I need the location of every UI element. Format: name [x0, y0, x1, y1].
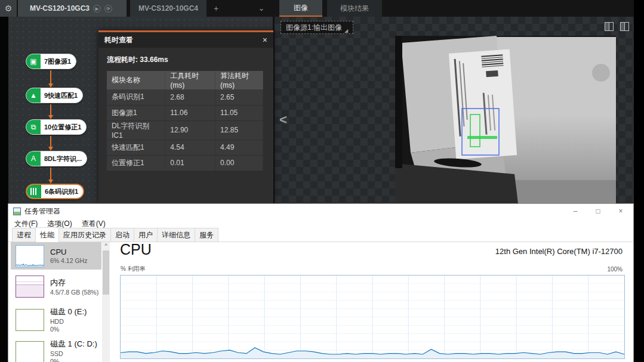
memory-mini-chart	[16, 276, 44, 298]
memory-stats: 4.5/7.8 GB (58%)	[50, 289, 98, 296]
product-photo	[395, 36, 616, 203]
flow-tab-label: MV-CS120-10GC4	[138, 4, 198, 13]
scrollbar-thumb[interactable]	[103, 250, 109, 295]
sidebar-item-memory[interactable]: 内存 4.5/7.8 GB (58%)	[11, 273, 101, 300]
image-source-label: 图像源1:输出图像	[286, 23, 342, 33]
add-tab-button[interactable]: +	[210, 2, 222, 14]
position-fix-icon: ⧉	[26, 119, 41, 135]
dl-ocr-icon: A	[26, 151, 41, 166]
close-button[interactable]: ×	[609, 204, 632, 218]
disk0-label: 磁盘 0 (E:)	[50, 307, 87, 317]
table-row[interactable]: 条码识别1 2.68 2.65	[107, 89, 263, 105]
flow-tab-label: MV-CS120-10GC3	[30, 4, 90, 13]
barcode-icon	[27, 184, 41, 199]
flow-arrow	[50, 104, 51, 118]
memory-label: 内存	[50, 277, 98, 288]
sidebar-scrollbar[interactable]: ^	[102, 242, 110, 362]
sidebar-item-disk1[interactable]: 磁盘 1 (C: D:) SSD 0%	[11, 336, 101, 362]
disk0-usage: 0%	[50, 326, 87, 333]
flow-node-position-fix[interactable]: ⧉ 10位置修正1	[26, 119, 87, 135]
flow-tab-active[interactable]: MV-CS120-10GC3 ▶ ⟳	[18, 0, 127, 17]
table-row[interactable]: 图像源1 11.06 11.05	[107, 105, 263, 120]
node-label: 6条码识别1	[41, 187, 83, 196]
tab-users[interactable]: 用户	[134, 228, 158, 242]
collapse-panel-chevron-icon[interactable]: <	[279, 112, 287, 128]
disk1-type: SSD	[50, 350, 97, 357]
dropdown-corner-icon: ◢	[344, 28, 348, 33]
cpu-performance-pane: CPU 12th Gen Intel(R) Core(TM) i7-12700 …	[112, 242, 630, 362]
fast-match-icon: ▲	[26, 88, 41, 103]
col-algo-time: 算法耗时(ms)	[215, 71, 263, 89]
close-icon[interactable]: ×	[263, 35, 267, 45]
timing-dialog: 耗时查看 × 流程耗时: 33.66ms 模块名称 工具耗时(ms) 算法耗时(…	[98, 30, 273, 203]
image-display-area: 图像源1:输出图像 ◢ <	[275, 17, 634, 203]
flow-node-fast-match[interactable]: ▲ 9快速匹配1	[26, 88, 83, 103]
tab-startup[interactable]: 启动	[110, 228, 134, 242]
tab-details[interactable]: 详细信息	[157, 228, 195, 242]
cpu-stats: 6% 4.12 GHz	[50, 257, 87, 264]
tab-services[interactable]: 服务	[195, 228, 218, 242]
tab-performance[interactable]: 性能	[35, 227, 59, 242]
collapsed-left-panel	[0, 17, 8, 362]
run-continuous-icon[interactable]: ⟳	[104, 5, 112, 13]
window-title: 任务管理器	[24, 206, 60, 216]
vision-content: ▣ 7图像源1 ▲ 9快速匹配1 ⧉ 10位置修正1 A 8DL字符识...	[0, 17, 634, 203]
tabs-overflow-chevron-icon[interactable]: ⌄	[255, 1, 267, 16]
run-once-icon[interactable]: ▶	[93, 5, 101, 13]
image-source-icon: ▣	[26, 54, 41, 69]
image-source-selector[interactable]: 图像源1:输出图像 ◢	[281, 21, 353, 34]
task-manager-icon	[13, 208, 21, 215]
disk1-mini-chart	[16, 341, 44, 362]
disk0-type: HDD	[50, 318, 87, 325]
disk0-mini-chart	[16, 309, 44, 331]
split-view-columns-icon[interactable]	[605, 22, 614, 31]
tab-processes[interactable]: 进程	[12, 228, 36, 242]
performance-sidebar: CPU 6% 4.12 GHz 内存 4.5/7.8 GB (58%) 磁盘 0…	[11, 242, 101, 362]
minimize-button[interactable]: –	[564, 204, 587, 218]
cpu-label: CPU	[50, 247, 87, 256]
timing-table-header-row: 模块名称 工具耗时(ms) 算法耗时(ms)	[107, 71, 263, 89]
tab-module-result[interactable]: 模块结果	[327, 0, 382, 17]
top-tab-bar: ⚙ MV-CS120-10GC3 ▶ ⟳ MV-CS120-10GC4 + ⌄ …	[0, 0, 634, 17]
col-tool-time: 工具耗时(ms)	[165, 71, 215, 89]
flow-tab-inactive[interactable]: MV-CS120-10GC4	[130, 0, 207, 17]
timing-dialog-title: 耗时查看	[104, 35, 133, 45]
settings-wrench-icon[interactable]: ⚙	[0, 0, 17, 17]
table-row[interactable]: DL字符识别IC1 12.90 12.85	[107, 120, 263, 140]
cpu-chart-svg	[121, 276, 624, 358]
flow-arrow	[50, 168, 51, 182]
table-row[interactable]: 快速匹配1 4.54 4.49	[107, 140, 263, 155]
task-manager-titlebar[interactable]: 任务管理器 – □ ×	[8, 204, 633, 218]
scroll-up-icon[interactable]: ^	[102, 242, 110, 250]
sidebar-item-cpu[interactable]: CPU 6% 4.12 GHz	[11, 242, 101, 270]
node-label: 10位置修正1	[41, 123, 86, 132]
node-label: 7图像源1	[41, 57, 76, 66]
flow-node-barcode[interactable]: 6条码识别1	[26, 184, 84, 199]
cpu-model-name: 12th Gen Intel(R) Core(TM) i7-12700	[495, 247, 623, 256]
utilization-max-label: 100%	[607, 266, 623, 273]
table-row[interactable]: 位置修正1 0.01 0.00	[107, 155, 263, 171]
utilization-axis-label: % 利用率	[121, 265, 146, 273]
task-manager-window: 任务管理器 – □ × 文件(F) 选项(O) 查看(V) 进程 性能 应用历史…	[8, 203, 634, 362]
col-module-name: 模块名称	[107, 71, 165, 89]
cpu-utilization-chart[interactable]	[120, 275, 625, 359]
tab-app-history[interactable]: 应用历史记录	[58, 228, 111, 242]
tab-image-view[interactable]: 图像	[279, 0, 322, 17]
flow-total-time: 流程耗时: 33.66ms	[98, 48, 273, 71]
node-label: 9快速匹配1	[41, 91, 82, 100]
cpu-mini-chart	[16, 245, 44, 267]
disk1-usage: 0%	[50, 358, 97, 362]
flow-node-image-source[interactable]: ▣ 7图像源1	[26, 54, 76, 69]
timing-dialog-titlebar[interactable]: 耗时查看 ×	[98, 32, 273, 48]
timing-table: 模块名称 工具耗时(ms) 算法耗时(ms) 条码识别1 2.68 2.65 图…	[107, 71, 263, 171]
split-view-rows-icon[interactable]	[620, 22, 629, 31]
flow-arrow	[50, 136, 51, 150]
disk1-label: 磁盘 1 (C: D:)	[50, 339, 97, 349]
flow-arrow	[50, 70, 51, 86]
node-label: 8DL字符识...	[41, 154, 87, 163]
maximize-button[interactable]: □	[587, 204, 609, 218]
cpu-pane-heading: CPU	[120, 241, 152, 258]
sidebar-item-disk0[interactable]: 磁盘 0 (E:) HDD 0%	[11, 304, 101, 335]
task-manager-tabs: 进程 性能 应用历史记录 启动 用户 详细信息 服务	[8, 230, 633, 242]
flow-node-dl-ocr[interactable]: A 8DL字符识...	[26, 151, 87, 166]
